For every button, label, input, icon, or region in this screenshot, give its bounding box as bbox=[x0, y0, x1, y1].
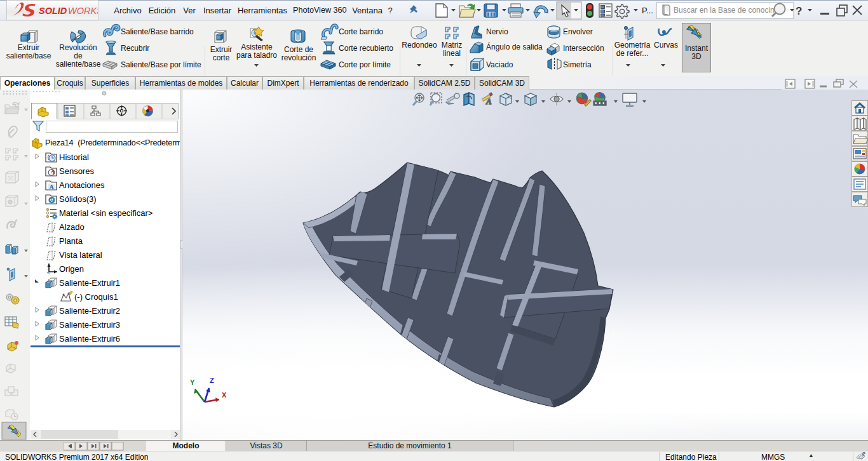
svg-text:Y: Y bbox=[190, 378, 195, 386]
svg-text:X: X bbox=[222, 391, 227, 399]
svg-text:A: A bbox=[50, 184, 55, 190]
svg-text:Buscar en la Base de conocim: Buscar en la Base de conocim bbox=[674, 6, 776, 15]
svg-text:A: A bbox=[485, 97, 492, 106]
svg-text:?: ? bbox=[796, 5, 802, 17]
svg-text:P...: P... bbox=[642, 6, 653, 15]
svg-text:Z: Z bbox=[210, 377, 214, 384]
